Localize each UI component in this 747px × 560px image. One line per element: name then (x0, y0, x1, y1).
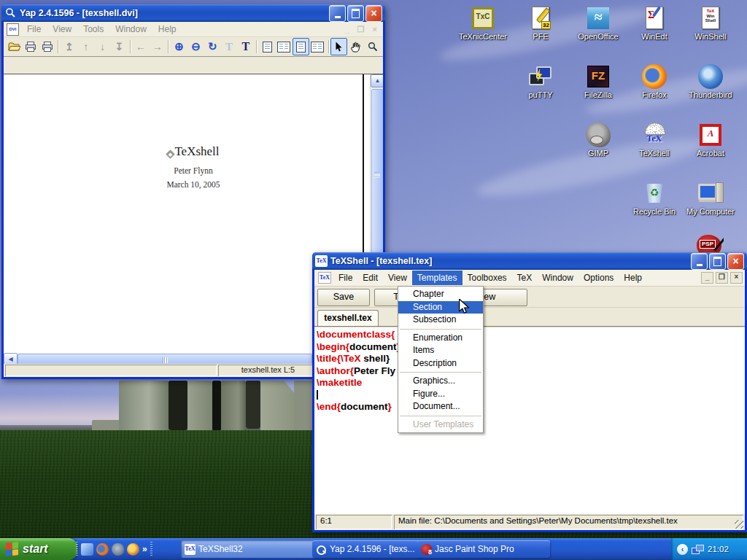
open-icon[interactable] (6, 38, 23, 55)
editor-token: document (341, 401, 388, 412)
desktop-icon-putty[interactable]: puTTY (514, 64, 567, 99)
print-icon[interactable] (23, 38, 39, 55)
desktop-icon-filezilla[interactable]: FZFileZilla (572, 64, 624, 99)
toolbar-grip[interactable] (76, 542, 78, 556)
zoom-out-icon[interactable]: ⊖ (187, 38, 204, 55)
last-page-icon[interactable]: ↧ (111, 38, 128, 55)
quick-launch-overflow-chevron[interactable]: » (142, 545, 147, 553)
firefox-icon[interactable] (96, 543, 109, 556)
texshell-close-button[interactable]: × (727, 253, 744, 270)
print-all-icon[interactable] (39, 38, 56, 55)
gimp-icon[interactable] (112, 543, 124, 556)
mdi-close-button[interactable]: × (730, 272, 743, 284)
texshell-menu-file[interactable]: File (333, 271, 357, 285)
texshell-menu-view[interactable]: View (383, 271, 412, 285)
resize-grip[interactable] (735, 520, 743, 529)
dvi-page-date: March 10, 2005 (120, 180, 266, 189)
texshell-maximize-button[interactable] (709, 253, 726, 270)
menu-item-user-templates[interactable]: User Templates (398, 419, 483, 432)
desktop-icon-pfe[interactable]: 32PFE (514, 6, 567, 41)
texshell-minimize-button[interactable] (691, 253, 708, 270)
scroll-up-button[interactable]: ▲ (371, 74, 383, 88)
yap-maximize-button[interactable] (347, 5, 364, 22)
text-outline-icon[interactable]: T (221, 38, 238, 55)
media-player-icon[interactable] (127, 543, 139, 556)
hand-tool-icon[interactable] (347, 38, 364, 55)
next-page-icon[interactable]: ↓ (94, 38, 111, 55)
desktop-icon-winedt[interactable]: ΣWinEdt (628, 6, 681, 41)
double-page-icon[interactable] (276, 38, 293, 55)
hide-tray-icons-chevron[interactable]: ‹ (677, 544, 688, 555)
refresh-icon[interactable]: ↻ (204, 38, 221, 55)
yap-menu-tools[interactable]: Tools (77, 24, 109, 34)
continuous-page-icon[interactable] (293, 38, 309, 55)
desktop-icon-texniccenter[interactable]: TxCTeXnicCenter (457, 6, 509, 41)
texshell-menu-options[interactable]: Options (578, 271, 619, 285)
previous-page-icon[interactable]: ↑ (77, 38, 94, 55)
texshell-editor[interactable]: \documentclass{\begin{document}\title{\T… (314, 327, 745, 514)
cursor-position: 6:1 (316, 515, 392, 529)
desktop-icon-texshell[interactable]: TeXTeXshell (628, 122, 681, 158)
menu-item-graphics[interactable]: Graphics... (398, 375, 483, 388)
select-arrow-icon[interactable] (330, 38, 347, 55)
taskbar-button-1[interactable]: TeXTeXShell32 (181, 540, 317, 558)
desktop-icon-winshell[interactable]: TeXWin ShellWinShell (684, 6, 737, 41)
editor-line: \title{\TeX shell} (317, 353, 745, 365)
menu-item-enumeration[interactable]: Enumeration (398, 332, 483, 345)
texshell-mdi-controls: _❒× (701, 272, 743, 284)
mdi-minimize-button[interactable]: _ (701, 272, 713, 284)
texshell-titlebar[interactable]: TeX TeXShell - [texshell.tex] × (312, 252, 747, 270)
texshell-menu-help[interactable]: Help (619, 271, 647, 285)
desktop-icon-my-computer[interactable]: My Computer (684, 181, 737, 216)
menu-item-items[interactable]: Items (398, 344, 483, 357)
paint-shop-pro-desktop-icon[interactable]: PSP (694, 235, 724, 252)
menu-item-document[interactable]: Document... (398, 400, 483, 413)
menu-item-description[interactable]: Description (398, 357, 483, 370)
desktop-icon-recycle-bin[interactable]: ♻Recycle Bin (628, 181, 681, 216)
single-page-icon[interactable] (259, 38, 276, 55)
texshell-menu-edit[interactable]: Edit (357, 271, 383, 285)
network-tray-icon[interactable] (692, 544, 704, 555)
texshell-menu-tex[interactable]: TeX (512, 271, 538, 285)
desktop-icon-label: Acrobat (684, 149, 737, 158)
editor-token: \title{\TeX (317, 353, 361, 364)
desktop-icon-gimp[interactable]: GIMP (572, 122, 624, 158)
yap-close-button[interactable]: × (365, 5, 382, 22)
desktop-icon-thunderbird[interactable]: Thunderbird (684, 64, 737, 99)
editor-token: \author{ (317, 365, 354, 376)
yap-menu-view[interactable]: View (47, 24, 77, 34)
mdi-restore-button[interactable]: ❒ (716, 272, 728, 284)
menu-item-figure[interactable]: Figure... (398, 388, 483, 401)
text-icon[interactable]: T (237, 38, 254, 55)
taskbar-button-3[interactable]: Jasc Paint Shop Pro (417, 540, 550, 558)
yap-titlebar[interactable]: Yap 2.4.1596 - [texshell.dvi] × (1, 4, 385, 22)
yap-menu-window[interactable]: Window (109, 24, 152, 34)
internet-explorer-icon[interactable] (81, 543, 93, 556)
start-label: start (23, 543, 48, 555)
tab-texshell-tex[interactable]: texshell.tex (317, 310, 379, 326)
first-page-icon[interactable]: ↥ (61, 38, 77, 55)
texshell-menu-window[interactable]: Window (537, 271, 578, 285)
desktop-icon-acrobat[interactable]: AAcrobat (684, 122, 737, 158)
taskbar-button-2[interactable]: Yap 2.4.1596 - [texs... (312, 540, 422, 558)
texshell-statusbar: 6:1 Main file: C:\Documents and Settings… (314, 514, 745, 530)
desktop-icon-firefox[interactable]: Firefox (628, 64, 681, 99)
texshell-icon: TeX (642, 122, 667, 147)
vertical-scroll-thumb[interactable] (371, 89, 383, 260)
back-icon[interactable]: ← (133, 38, 150, 55)
start-button[interactable]: start (0, 538, 77, 560)
dvi-page-author: Peter Flynn (120, 166, 266, 175)
save-button[interactable]: Save (317, 289, 370, 306)
yap-menu-help[interactable]: Help (152, 24, 182, 34)
magnifier-icon[interactable] (364, 38, 381, 55)
texshell-menu-templates[interactable]: Templates (412, 271, 462, 285)
yap-menu-file[interactable]: File (21, 24, 47, 34)
taskbar: start » TeXTeXShell32Yap 2.4.1596 - [tex… (0, 538, 747, 560)
zoom-in-icon[interactable]: ⊕ (171, 38, 187, 55)
yap-minimize-button[interactable] (329, 5, 346, 22)
forward-icon[interactable]: → (149, 38, 166, 55)
texshell-menu-toolboxes[interactable]: Toolboxes (462, 271, 512, 285)
toolbar-grip[interactable] (150, 542, 152, 556)
continuous-double-page-icon[interactable] (309, 38, 326, 55)
desktop-icon-openoffice[interactable]: ≈OpenOffice (572, 6, 624, 41)
